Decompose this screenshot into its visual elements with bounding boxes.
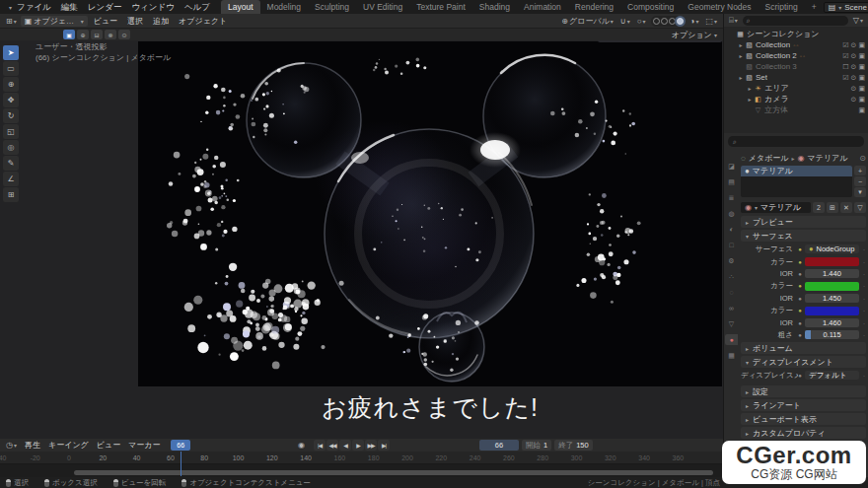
- decorator-dot[interactable]: ●: [798, 320, 802, 326]
- transform-orientation-dropdown[interactable]: ⊕ グローバル ▾: [559, 16, 615, 27]
- specials-dropdown[interactable]: ▽: [854, 202, 866, 213]
- timeline-menu-再生[interactable]: 再生: [21, 440, 44, 451]
- mode-dropdown[interactable]: ▣ オブジェクトモード ▾: [21, 16, 88, 27]
- animate-dot[interactable]: ·: [862, 271, 866, 277]
- eye-icon[interactable]: ⊙: [851, 96, 857, 104]
- output-tab[interactable]: ▤: [725, 176, 738, 187]
- select-mode-button[interactable]: ⊕: [77, 30, 89, 39]
- value-slider[interactable]: 1.450: [805, 294, 859, 303]
- proportional-edit-icon[interactable]: ○▾: [635, 16, 648, 27]
- scene-selector[interactable]: ▤ ▾ Scene: [824, 2, 868, 13]
- checkbox-icon[interactable]: ☑: [842, 74, 848, 82]
- panel-custom-properties[interactable]: ▸ カスタムプロパティ: [741, 427, 866, 439]
- gizmos-icon[interactable]: ⬚▾: [703, 16, 719, 27]
- panel-settings[interactable]: ▸ 設定: [741, 385, 866, 397]
- animate-dot[interactable]: ·: [862, 283, 866, 289]
- viewport-menu-追加[interactable]: 追加: [149, 16, 173, 27]
- viewport-3d[interactable]: ⊞▾ ▣ オブジェクトモード ▾ ビュー選択追加オブジェクト ⊕ グローバル ▾…: [0, 14, 723, 439]
- workspace-tab[interactable]: Modeling: [260, 0, 309, 14]
- viewport-menu-選択[interactable]: 選択: [123, 16, 147, 27]
- workspace-tab[interactable]: UV Editing: [356, 0, 409, 14]
- panel-viewport-display[interactable]: ▸ ビューポート表示: [741, 413, 866, 425]
- checkbox-icon[interactable]: ☑: [842, 52, 848, 60]
- panel-displacement[interactable]: ▾ ディスプレイスメント: [741, 356, 866, 368]
- viewport-menu-オブジェクト[interactable]: オブジェクト: [175, 16, 231, 27]
- add-primitive-tool[interactable]: ⊞: [3, 187, 19, 202]
- filter-icon[interactable]: ▽▾: [851, 15, 865, 26]
- timeline-editor[interactable]: ◷▾ 再生キーイングビューマーカー ◉ |◀◀◀◀▶▶▶▶| 66 開始 1 終…: [0, 439, 723, 477]
- material-slot-row[interactable]: ● マテリアル: [741, 166, 852, 176]
- animate-dot[interactable]: ·: [862, 308, 866, 314]
- editor-type-button[interactable]: ⊞▾: [4, 16, 19, 27]
- editor-type-button[interactable]: ⌸▾: [727, 15, 740, 26]
- timeline-menu-マーカー[interactable]: マーカー: [124, 440, 164, 451]
- timeline-ruler[interactable]: -40-200204060801001201401601802002202402…: [0, 452, 723, 464]
- outliner-row[interactable]: ▧Collection 3☐⊙▣: [724, 61, 868, 72]
- workspace-tab[interactable]: Rendering: [568, 0, 620, 14]
- workspace-tab[interactable]: Compositing: [620, 0, 681, 14]
- panel-lineart[interactable]: ▸ ラインアート: [741, 399, 866, 411]
- material-tab[interactable]: ●: [725, 334, 738, 345]
- animate-dot[interactable]: ·: [862, 246, 866, 252]
- frame-start-field[interactable]: 開始 1: [522, 440, 551, 451]
- playhead-line[interactable]: [181, 452, 181, 476]
- eye-icon[interactable]: ⊙: [851, 63, 857, 71]
- current-frame-field[interactable]: 66: [479, 440, 519, 451]
- select-mode-button[interactable]: ⊙: [118, 30, 130, 39]
- overlays-icon[interactable]: ◑▾: [688, 16, 701, 27]
- add-workspace-button[interactable]: +: [805, 0, 824, 14]
- color-swatch[interactable]: [805, 282, 859, 291]
- decorator-dot[interactable]: ●: [798, 283, 802, 289]
- animate-dot[interactable]: ·: [862, 259, 866, 265]
- decorator-dot[interactable]: ●: [798, 271, 802, 277]
- jump-end-icon[interactable]: ▶|: [378, 440, 390, 451]
- expand-caret-icon[interactable]: ▸: [737, 74, 745, 81]
- outliner-row[interactable]: ▦シーンコレクション: [724, 29, 868, 39]
- select-mode-button[interactable]: ⊟: [91, 30, 103, 39]
- eye-icon[interactable]: ⊙: [851, 85, 857, 93]
- modifiers-tab[interactable]: ⚙: [725, 255, 738, 266]
- color-swatch[interactable]: [805, 307, 859, 315]
- surface-node-button[interactable]: ● NodeGroup: [805, 244, 859, 253]
- panel-surface[interactable]: ▾ サーフェス: [741, 230, 866, 242]
- viewlayer-tab[interactable]: ≣: [725, 192, 738, 203]
- value-slider[interactable]: 1.460: [805, 318, 859, 327]
- expand-caret-icon[interactable]: ▸: [737, 52, 745, 59]
- topbar-menu-ウィンドウ[interactable]: ウィンドウ: [126, 0, 180, 14]
- timeline-menu-ビュー[interactable]: ビュー: [93, 440, 124, 451]
- camera-icon[interactable]: ▣: [858, 74, 865, 82]
- play-reverse-icon[interactable]: ◀: [339, 440, 351, 451]
- workspace-tab[interactable]: Shading: [472, 0, 517, 14]
- annotate-tool[interactable]: ✎: [3, 156, 19, 171]
- eye-icon[interactable]: ⊙: [851, 74, 857, 82]
- texture-tab[interactable]: ▦: [725, 350, 738, 361]
- rendered-shading[interactable]: [677, 18, 684, 25]
- breadcrumb-data[interactable]: マテリアル: [808, 153, 848, 164]
- select-mode-button[interactable]: ⊗: [105, 30, 116, 39]
- constraints-tab[interactable]: ∞: [725, 303, 738, 314]
- workspace-tab[interactable]: Layout: [221, 0, 260, 14]
- expand-caret-icon[interactable]: ▸: [746, 85, 754, 92]
- decorator-dot[interactable]: ●: [798, 259, 802, 265]
- scale-tool[interactable]: ◱: [3, 124, 19, 139]
- panel-preview[interactable]: ▸ プレビュー: [741, 216, 866, 228]
- eye-icon[interactable]: ⊙: [851, 52, 857, 60]
- particles-tab[interactable]: ∴: [725, 271, 738, 282]
- value-slider[interactable]: 1.440: [805, 269, 859, 278]
- value-slider[interactable]: 0.115: [805, 330, 859, 339]
- camera-icon[interactable]: ▣: [858, 41, 865, 49]
- decorator-dot[interactable]: ●: [798, 308, 802, 314]
- pin-icon[interactable]: ⊙: [859, 154, 866, 163]
- snap-magnet-icon[interactable]: ∪▾: [618, 16, 632, 27]
- select-mode-button[interactable]: ▣: [63, 30, 75, 39]
- decorator-dot[interactable]: ●: [798, 296, 802, 302]
- animate-dot[interactable]: ·: [862, 373, 866, 379]
- viewport-menu-ビュー[interactable]: ビュー: [90, 16, 121, 27]
- topbar-menu-ファイル[interactable]: ファイル: [12, 0, 56, 14]
- tweak-tool[interactable]: ➤: [3, 45, 19, 60]
- cursor-tool[interactable]: ⊕: [3, 77, 19, 92]
- decorator-dot[interactable]: ●: [798, 373, 802, 379]
- auto-keying-button[interactable]: ◉: [296, 440, 307, 451]
- workspace-tab[interactable]: Scripting: [759, 0, 805, 14]
- workspace-tab[interactable]: Sculpting: [308, 0, 356, 14]
